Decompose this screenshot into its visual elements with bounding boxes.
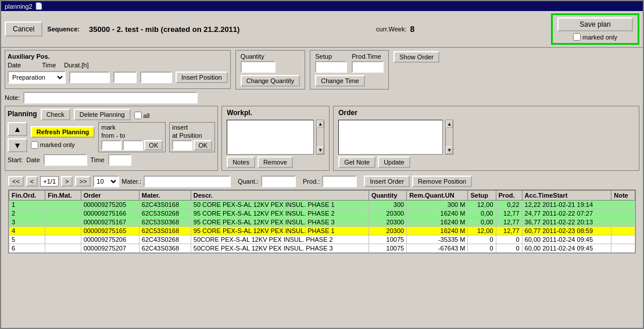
insert-input[interactable]	[172, 140, 192, 151]
start-time-input[interactable]: 19:14	[108, 154, 131, 166]
table-cell: 62C43S0368	[139, 244, 191, 253]
table-cell: 60,00 2011-02-24 09:45	[522, 235, 611, 244]
setup-input[interactable]	[315, 61, 347, 73]
table-cell: 12,00	[468, 227, 496, 235]
workpl-textarea[interactable]	[227, 120, 314, 155]
marked-only-planning-checkbox[interactable]	[31, 141, 38, 149]
order-section: Order ▲ ▼ Get Note Update	[333, 106, 639, 171]
table-row[interactable]: 500000927520662C43S026850CORE PEX-S-AL 1…	[9, 235, 635, 244]
insert-at-pos-label: at Position	[172, 132, 202, 139]
table-cell: -67643 M	[407, 244, 468, 253]
note-label: Note:	[5, 94, 20, 101]
insert-section: insert at Position OK	[169, 122, 215, 152]
marked-only-checkbox[interactable]	[573, 33, 581, 41]
table-cell: 10075	[368, 244, 406, 253]
table-row[interactable]: 400000927516562C53S016895 CORE PEX-S-AL …	[9, 227, 635, 235]
refresh-planning-button[interactable]: Refresh Planning	[31, 126, 95, 138]
note-input[interactable]	[23, 92, 198, 103]
nav-next-next-button[interactable]: >>	[75, 176, 91, 187]
arrow-down-button[interactable]: ▼	[8, 138, 27, 152]
marked-only-checkbox-label[interactable]: marked only	[573, 33, 617, 41]
planning-row: Planning Check Delete Planning all ▲ ▼	[5, 106, 639, 171]
date-label: Date	[8, 62, 21, 69]
change-time-button[interactable]: Change Time	[315, 75, 364, 87]
remove-position-button[interactable]: Remove Position	[412, 176, 472, 187]
table-row[interactable]: 200000927516662C53S026895 CORE PEX-S-AL …	[9, 209, 635, 218]
table-cell: 20300	[368, 209, 406, 218]
sequence-value: 35000 - 2. test - mib (created on 21.2.2…	[89, 25, 239, 34]
change-quantity-button[interactable]: Change Quantity	[241, 75, 300, 87]
order-vscroll-down[interactable]: ▼	[446, 146, 453, 154]
table-cell: 000009275205	[81, 201, 139, 209]
vscroll-up[interactable]: ▲	[317, 120, 324, 128]
quant-input[interactable]	[261, 176, 296, 187]
mark-to-input[interactable]	[123, 140, 143, 151]
marked-only-planning-label[interactable]: marked only	[31, 141, 95, 149]
col-acc-time: Acc.TimeStart	[522, 191, 611, 201]
start-date-input[interactable]: 21.02.2011	[44, 154, 87, 166]
table-cell: 62C53S0168	[139, 227, 191, 235]
date-input[interactable]	[69, 71, 110, 83]
check-button[interactable]: Check	[41, 109, 70, 120]
show-order-section: Show Order	[393, 50, 439, 63]
all-checkbox-label[interactable]: all	[134, 112, 150, 119]
mark-from-input[interactable]	[101, 140, 121, 151]
order-vscroll[interactable]: ▲ ▼	[445, 120, 453, 155]
table-cell: 0,00	[468, 218, 496, 227]
prodtime-label: Prod.Time	[352, 53, 384, 60]
start-label: Start:	[8, 156, 23, 163]
table-cell: 62C53S0268	[139, 209, 191, 218]
table-row[interactable]: 100000927520562C43S016850 CORE PEX-S-AL …	[9, 201, 635, 209]
insert-position-button[interactable]: Insert Position	[176, 71, 228, 83]
prodtime-input[interactable]	[352, 61, 384, 73]
table-cell: 0	[496, 235, 522, 244]
workpl-vscroll[interactable]: ▲ ▼	[316, 120, 324, 155]
table-cell	[611, 235, 635, 244]
save-plan-button[interactable]: Save plan	[557, 17, 633, 31]
preparation-select[interactable]: Preparation	[8, 71, 66, 84]
table-row[interactable]: 300000927516762C53S036895 CORE PEX-S-AL …	[9, 218, 635, 227]
table-cell: 16240 M	[407, 218, 468, 227]
prod-input[interactable]	[322, 176, 357, 187]
get-note-button[interactable]: Get Note	[338, 156, 375, 168]
table-cell	[45, 201, 81, 209]
delete-planning-button[interactable]: Delete Planning	[74, 109, 131, 120]
data-table: Fin.Ord. Fin.Mat. Order Mater. Descr. Qu…	[9, 190, 635, 253]
cancel-button[interactable]: Cancel	[5, 22, 42, 37]
quantity-input[interactable]	[241, 61, 276, 73]
nav-prev-prev-button[interactable]: <<	[8, 176, 24, 187]
page-size-select[interactable]: 10	[93, 176, 119, 187]
nav-prev-button[interactable]: <	[26, 176, 38, 187]
remove-button[interactable]: Remove	[257, 156, 293, 168]
all-checkbox[interactable]	[134, 112, 142, 119]
order-label: Order	[338, 109, 634, 117]
mater-input[interactable]	[144, 176, 231, 187]
workpl-section: Workpl. ▲ ▼ Notes Remove	[221, 106, 330, 171]
table-cell: 0	[468, 235, 496, 244]
mark-ok-button[interactable]: OK	[144, 140, 163, 151]
order-vscroll-up[interactable]: ▲	[446, 120, 453, 128]
time-label: Time	[42, 62, 56, 69]
nav-bar: << < +1/1 > >> 10 Mater.: Quant.: Prod.:…	[5, 173, 639, 189]
table-cell: 0,22	[496, 201, 522, 209]
table-cell: 60,77 2011-02-23 08:59	[522, 227, 611, 235]
table-cell: 12,77	[496, 218, 522, 227]
nav-next-button[interactable]: >	[61, 176, 73, 187]
refresh-col: Refresh Planning marked only	[31, 126, 95, 149]
content-area: Auxiliary Pos. Date Time Durat.[h] Prepa…	[1, 48, 643, 256]
show-order-button[interactable]: Show Order	[393, 51, 439, 63]
durat-input[interactable]	[140, 71, 172, 83]
table-cell: 5	[9, 235, 45, 244]
update-button[interactable]: Update	[378, 156, 410, 168]
time-input[interactable]	[113, 71, 137, 83]
insert-ok-button[interactable]: OK	[194, 140, 212, 151]
notes-button[interactable]: Notes	[227, 156, 255, 168]
curr-week-value: 8	[410, 24, 414, 34]
table-row[interactable]: 600000927520762C43S036850CORE PEX-S-AL 1…	[9, 244, 635, 253]
col-prod: Prod.	[496, 191, 522, 201]
table-cell: 60,00 2011-02-24 09:45	[522, 244, 611, 253]
vscroll-down[interactable]: ▼	[317, 146, 324, 154]
insert-order-button[interactable]: Insert Order	[364, 176, 410, 187]
arrow-up-button[interactable]: ▲	[8, 122, 27, 136]
marked-only-planning-text: marked only	[40, 141, 75, 148]
